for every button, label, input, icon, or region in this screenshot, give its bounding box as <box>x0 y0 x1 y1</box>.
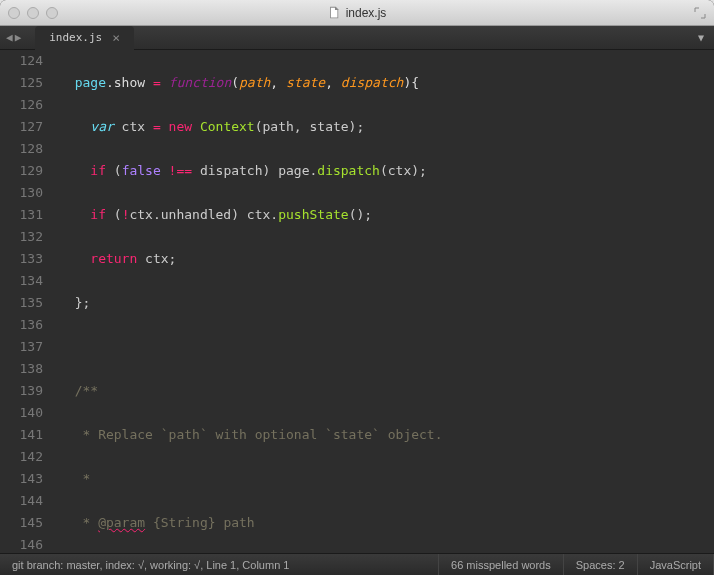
close-window-button[interactable] <box>8 7 20 19</box>
traffic-lights <box>8 7 58 19</box>
line-number-gutter: 1241251261271281291301311321331341351361… <box>0 50 55 553</box>
code-editor[interactable]: 1241251261271281291301311321331341351361… <box>0 50 714 553</box>
tab-index-js[interactable]: index.js × <box>35 26 134 50</box>
status-language[interactable]: JavaScript <box>638 554 714 575</box>
status-indent[interactable]: Spaces: 2 <box>564 554 638 575</box>
editor-window: index.js ◀ ▶ index.js × ▼ 12412512612712… <box>0 0 714 575</box>
nav-back-button[interactable]: ◀ <box>6 31 13 44</box>
titlebar: index.js <box>0 0 714 26</box>
code-content[interactable]: page.show = function(path, state, dispat… <box>55 50 714 553</box>
tab-menu-button[interactable]: ▼ <box>688 32 714 43</box>
close-tab-button[interactable]: × <box>112 30 120 45</box>
status-git[interactable]: git branch: master, index: √, working: √… <box>0 554 439 575</box>
tab-bar: ◀ ▶ index.js × ▼ <box>0 26 714 50</box>
tab-label: index.js <box>49 31 102 44</box>
minimize-window-button[interactable] <box>27 7 39 19</box>
window-title-text: index.js <box>346 6 387 20</box>
document-icon <box>328 6 341 19</box>
zoom-window-button[interactable] <box>46 7 58 19</box>
status-spelling[interactable]: 66 misspelled words <box>439 554 564 575</box>
nav-forward-button[interactable]: ▶ <box>15 31 22 44</box>
fullscreen-icon[interactable] <box>694 7 706 19</box>
status-bar: git branch: master, index: √, working: √… <box>0 553 714 575</box>
window-title: index.js <box>328 6 387 20</box>
